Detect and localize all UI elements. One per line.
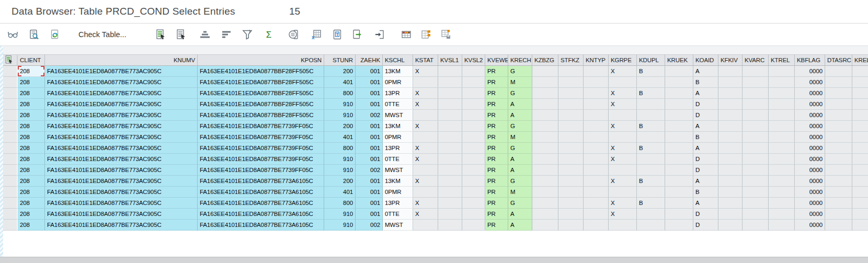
column-header-krech[interactable]: KRECH	[508, 54, 532, 66]
cell-kvsl2[interactable]	[462, 121, 485, 132]
cell-client[interactable]: 208	[18, 121, 45, 132]
cell-kruek[interactable]	[665, 66, 693, 77]
cell-client[interactable]: 208	[18, 132, 45, 143]
cell-zaehk[interactable]: 002	[356, 110, 383, 121]
cell-stfkz[interactable]	[558, 99, 584, 110]
cell-krech[interactable]: A	[508, 165, 532, 176]
column-header-dtasrc[interactable]: DTASRC	[825, 54, 852, 66]
cell-kbflag[interactable]: 0000	[795, 110, 825, 121]
cell-kschl[interactable]: 0PMR	[383, 187, 413, 198]
cell-krech[interactable]: G	[508, 198, 532, 209]
cell-kdupl[interactable]	[637, 209, 665, 220]
cell-kschl[interactable]: MWST	[383, 220, 413, 231]
cell-kbflag[interactable]: 0000	[795, 154, 825, 165]
cell-kzbzg[interactable]	[532, 66, 558, 77]
row-selector[interactable]	[3, 176, 18, 187]
cell-kposn[interactable]: FA163EE4101E1ED8A0877BE7739FF05C	[198, 132, 324, 143]
cell-kvsl2[interactable]	[462, 99, 485, 110]
cell-kntyp[interactable]	[584, 220, 609, 231]
sort-ascending-icon[interactable]	[198, 28, 212, 41]
cell-kdupl[interactable]: B	[637, 198, 665, 209]
cell-kstat[interactable]	[413, 77, 438, 88]
sum-icon[interactable]: Σ	[262, 28, 276, 41]
cell-kgrpe[interactable]	[609, 77, 637, 88]
cell-kvarc[interactable]	[743, 99, 769, 110]
cell-kbflag[interactable]: 0000	[795, 99, 825, 110]
cell-kvewe[interactable]: PR	[485, 154, 508, 165]
cell-krech[interactable]: M	[508, 77, 532, 88]
cell-kvsl1[interactable]	[438, 209, 462, 220]
cell-kvarc[interactable]	[743, 132, 769, 143]
cell-kvsl1[interactable]	[438, 77, 462, 88]
cell-kntyp[interactable]	[584, 198, 609, 209]
cell-kvewe[interactable]: PR	[485, 165, 508, 176]
cell-kvarc[interactable]	[743, 176, 769, 187]
row-selector[interactable]	[3, 132, 18, 143]
cell-kgrpe[interactable]: X	[609, 143, 637, 154]
cell-stfkz[interactable]	[558, 77, 584, 88]
cell-kdupl[interactable]: B	[637, 143, 665, 154]
cell-client[interactable]: 208	[18, 187, 45, 198]
cell-kvsl1[interactable]	[438, 220, 462, 231]
row-selector[interactable]	[3, 88, 18, 99]
cell-kstat[interactable]	[413, 187, 438, 198]
cell-kdupl[interactable]: B	[637, 88, 665, 99]
cell-dtasrc[interactable]	[825, 110, 852, 121]
cell-client[interactable]: 208	[18, 209, 45, 220]
cell-kdupl[interactable]: B	[637, 176, 665, 187]
cell-kzbzg[interactable]	[532, 77, 558, 88]
cell-kposn[interactable]: FA163EE4101E1ED8A0877BBF28FF505C	[198, 110, 324, 121]
cell-dtasrc[interactable]	[825, 165, 852, 176]
cell-kvsl2[interactable]	[462, 88, 485, 99]
cell-kschl[interactable]: 0TTE	[383, 154, 413, 165]
cell-knumv[interactable]: FA163EE4101E1ED8A0877BE773AC905C	[45, 99, 198, 110]
cell-knumv[interactable]: FA163EE4101E1ED8A0877BE773AC905C	[45, 132, 198, 143]
cell-kvewe[interactable]: PR	[485, 99, 508, 110]
cell-dtasrc[interactable]	[825, 99, 852, 110]
cell-krech[interactable]: A	[508, 99, 532, 110]
cell-kvewe[interactable]: PR	[485, 209, 508, 220]
export-icon[interactable]	[350, 28, 364, 41]
cell-kntyp[interactable]	[584, 110, 609, 121]
cell-kstat[interactable]: X	[413, 88, 438, 99]
cell-client[interactable]: 208	[18, 198, 45, 209]
cell-zaehk[interactable]: 001	[356, 88, 383, 99]
column-header-kdupl[interactable]: KDUPL	[637, 54, 665, 66]
cell-stunr[interactable]: 200	[324, 66, 356, 77]
cell-kschl[interactable]: 13PR	[383, 88, 413, 99]
cell-koaid[interactable]: D	[693, 165, 718, 176]
cell-krel[interactable]	[852, 110, 868, 121]
print-icon[interactable]	[287, 28, 301, 41]
cell-kschl[interactable]: 13KM	[383, 176, 413, 187]
cell-kruek[interactable]	[665, 165, 693, 176]
cell-kgrpe[interactable]: X	[609, 176, 637, 187]
cell-kbflag[interactable]: 0000	[795, 187, 825, 198]
cell-ktrel[interactable]	[769, 209, 795, 220]
cell-kvarc[interactable]	[743, 209, 769, 220]
cell-koaid[interactable]: B	[693, 187, 718, 198]
cell-stfkz[interactable]	[558, 198, 584, 209]
cell-client[interactable]: 208	[18, 176, 45, 187]
cell-koaid[interactable]: D	[693, 154, 718, 165]
cell-kschl[interactable]: 13PR	[383, 198, 413, 209]
cell-kntyp[interactable]	[584, 121, 609, 132]
cell-ktrel[interactable]	[769, 220, 795, 231]
cell-kvewe[interactable]: PR	[485, 121, 508, 132]
cell-kbflag[interactable]: 0000	[795, 77, 825, 88]
cell-kdupl[interactable]	[637, 220, 665, 231]
cell-dtasrc[interactable]	[825, 143, 852, 154]
cell-kruek[interactable]	[665, 110, 693, 121]
cell-knumv[interactable]: FA163EE4101E1ED8A0877BE773AC905C	[45, 220, 198, 231]
cell-kzbzg[interactable]	[532, 154, 558, 165]
column-header-kbflag[interactable]: KBFLAG	[795, 54, 825, 66]
column-header-kvsl2[interactable]: KVSL2	[462, 54, 485, 66]
cell-kvarc[interactable]	[743, 154, 769, 165]
cell-kvewe[interactable]: PR	[485, 143, 508, 154]
cell-stfkz[interactable]	[558, 176, 584, 187]
cell-dtasrc[interactable]	[825, 88, 852, 99]
cell-kfkiv[interactable]	[718, 187, 743, 198]
cell-kvarc[interactable]	[743, 121, 769, 132]
cell-kvsl2[interactable]	[462, 132, 485, 143]
cell-zaehk[interactable]: 001	[356, 143, 383, 154]
cell-dtasrc[interactable]	[825, 77, 852, 88]
